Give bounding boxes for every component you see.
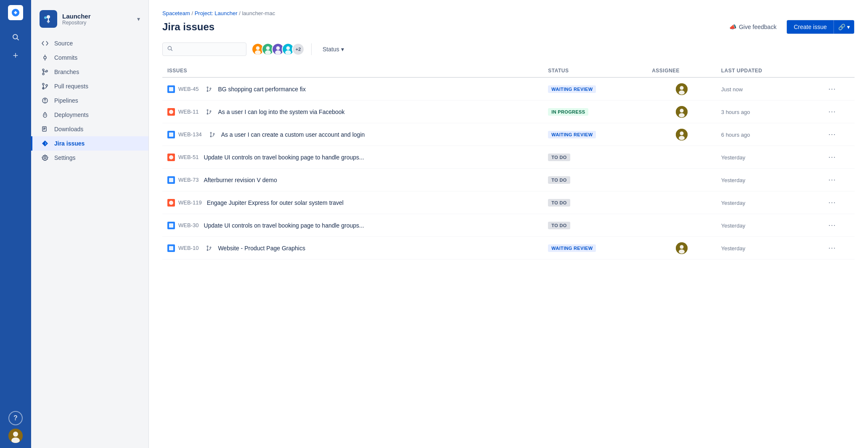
more-options-button[interactable]: ··· [825,242,839,254]
icon-bar: + ? [0,0,31,448]
status-badge: TO DO [548,154,570,161]
repo-header[interactable]: Launcher Repository ▾ [31,7,148,36]
svg-rect-72 [169,246,173,250]
col-header-assignee: Assignee [647,64,716,77]
sidebar-item-pipelines[interactable]: Pipelines [31,93,148,108]
commits-icon [41,54,49,61]
svg-point-34 [255,50,261,55]
issue-key: WEB-45 [178,86,198,92]
branches-icon [41,69,49,75]
issue-summary[interactable]: Update UI controls on travel booking pag… [204,154,364,161]
user-avatar[interactable] [8,429,23,443]
sidebar-item-source[interactable]: Source [31,36,148,50]
svg-point-55 [210,110,212,111]
issue-summary[interactable]: Update UI controls on travel booking pag… [204,222,364,229]
issue-key: WEB-119 [178,199,202,206]
logo[interactable] [8,5,23,20]
more-options-button[interactable]: ··· [825,83,839,95]
breadcrumb-spaceteam[interactable]: Spaceteam [162,10,190,16]
repo-dropdown-icon[interactable]: ▾ [137,16,140,22]
svg-point-50 [680,86,683,90]
issue-type-icon [167,222,175,229]
table-row[interactable]: WEB-10 Website - Product Page Graphics W… [162,237,855,260]
issue-summary[interactable]: As a user I can create a custom user acc… [221,131,365,138]
issue-type-icon [167,154,175,161]
table-row[interactable]: WEB-73 Afterburner revision V demo TO DO… [162,169,855,191]
table-row[interactable]: WEB-11 As a user I can log into the syst… [162,101,855,123]
more-options-button[interactable]: ··· [825,151,839,163]
avatar-overflow-count[interactable]: +2 [292,43,304,56]
sidebar-item-branches[interactable]: Branches [31,65,148,79]
svg-point-42 [286,46,290,50]
svg-point-17 [42,83,44,85]
issue-summary[interactable]: Engage Jupiter Express for outer solar s… [207,199,344,206]
pipelines-icon [41,97,49,104]
sidebar-item-jira-issues[interactable]: Jira issues [31,136,148,151]
give-feedback-button[interactable]: 📣 Give feedback [724,20,782,34]
issue-summary[interactable]: Afterburner revision V demo [204,177,277,183]
issue-summary[interactable]: BG shopping cart performance fix [218,86,306,93]
sidebar-item-deployments[interactable]: Deployments [31,108,148,122]
issue-cell: WEB-11 As a user I can log into the syst… [167,108,538,116]
issue-cell: WEB-134 As a user I can create a custom … [167,131,538,138]
sidebar-item-settings-label: Settings [54,154,76,161]
sidebar-nav: Source Commits Branches [31,36,148,165]
search-input[interactable] [175,46,242,53]
issue-type-icon [167,108,175,116]
create-issue-dropdown[interactable]: 🔗 ▾ [834,20,854,34]
sidebar-item-commits[interactable]: Commits [31,50,148,65]
sidebar-item-branches-label: Branches [54,69,79,75]
table-row[interactable]: WEB-30 Update UI controls on travel book… [162,214,855,237]
table-row[interactable]: WEB-134 As a user I can create a custom … [162,123,855,146]
svg-point-58 [680,109,683,112]
sidebar-item-jira-issues-label: Jira issues [54,140,85,147]
sidebar-item-downloads-label: Downloads [54,126,83,133]
assignee-avatar [676,106,688,118]
svg-point-63 [213,133,214,134]
svg-rect-71 [169,223,173,228]
sidebar-item-settings[interactable]: Settings [31,151,148,165]
issue-cell: WEB-30 Update UI controls on travel book… [167,222,538,229]
table-row[interactable]: WEB-119 Engage Jupiter Express for outer… [162,191,855,214]
sidebar-item-source-label: Source [54,40,73,47]
create-icon[interactable]: + [7,47,24,64]
issue-key: WEB-51 [178,154,198,160]
table-row[interactable]: WEB-51 Update UI controls on travel book… [162,146,855,169]
svg-point-68 [169,155,173,159]
issue-key: WEB-134 [178,131,202,138]
svg-point-43 [285,50,291,55]
create-issue-group: Create issue 🔗 ▾ [786,20,855,34]
sidebar-item-downloads[interactable]: Downloads [31,122,148,136]
svg-point-75 [210,247,212,248]
search-box[interactable] [162,42,246,56]
search-icon [167,45,173,53]
svg-rect-69 [169,178,173,182]
page-header: Jira issues 📣 Give feedback Create issue… [162,20,855,34]
table-row[interactable]: WEB-45 BG shopping cart performance fix … [162,77,855,101]
breadcrumb-project[interactable]: Project: Launcher [195,10,238,16]
status-filter[interactable]: Status ▾ [318,43,348,55]
sidebar-item-pull-requests[interactable]: Pull requests [31,79,148,93]
more-options-button[interactable]: ··· [825,106,839,118]
issue-type-icon [167,199,175,207]
issue-type-icon [167,244,175,252]
issue-cell: WEB-10 Website - Product Page Graphics [167,244,538,252]
create-issue-button[interactable]: Create issue [787,20,834,34]
more-options-button[interactable]: ··· [825,174,839,186]
settings-icon [41,154,49,161]
page-title: Jira issues [162,21,214,33]
issue-summary[interactable]: Website - Product Page Graphics [218,245,305,252]
col-header-issues: Issues [162,64,543,77]
pull-requests-icon [41,83,49,90]
chevron-down-icon: ▾ [847,24,850,30]
help-icon[interactable]: ? [8,411,23,425]
search-icon[interactable] [7,29,24,45]
breadcrumb: Spaceteam / Project: Launcher / launcher… [162,10,855,16]
more-options-button[interactable]: ··· [825,219,839,231]
avatar-filter-group: +2 [251,43,304,56]
main-content: Spaceteam / Project: Launcher / launcher… [149,0,868,448]
more-options-button[interactable]: ··· [825,128,839,140]
more-options-button[interactable]: ··· [825,196,839,209]
svg-point-30 [168,46,171,50]
issue-summary[interactable]: As a user I can log into the system via … [218,109,344,115]
